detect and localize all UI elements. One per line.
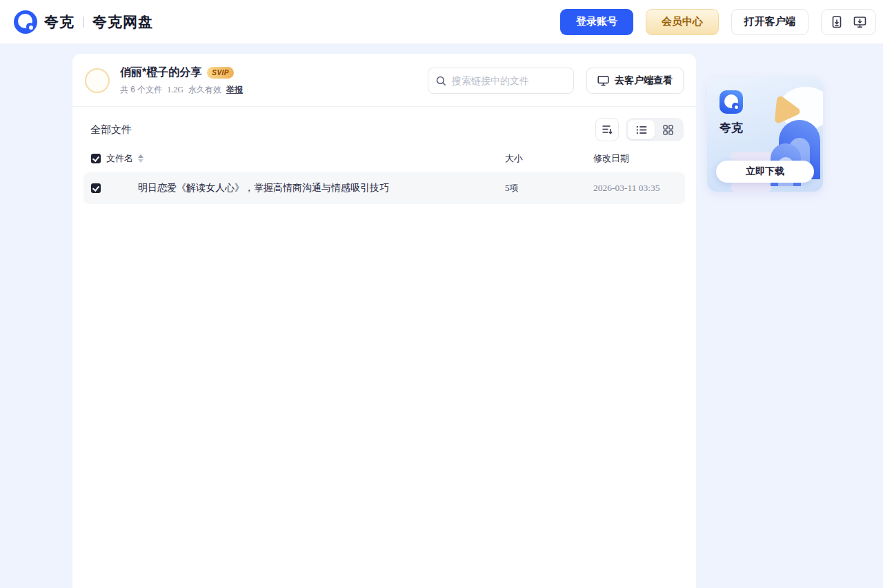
column-size: 大小 — [505, 152, 593, 165]
column-date: 修改日期 — [593, 152, 674, 165]
search-input[interactable] — [452, 75, 566, 86]
quark-app-icon — [720, 90, 743, 114]
top-navigation-bar: 夸克 夸克网盘 登录账号 会员中心 打开客户端 — [0, 0, 883, 44]
select-all-checkbox[interactable] — [91, 154, 101, 163]
share-header: 俏丽*橙子的分享 SVIP 共 6 个文件 1.2G 永久有效 举报 — [72, 54, 696, 107]
file-icon-placeholder — [106, 177, 132, 199]
grid-view-button[interactable] — [655, 120, 682, 139]
file-date: 2026-03-11 03:35 — [593, 183, 674, 194]
file-table-header: 文件名 大小 修改日期 — [83, 150, 685, 168]
app-download-card: 夸克 立即下载 — [707, 77, 823, 192]
sort-lines-icon — [602, 125, 613, 134]
file-count: 共 6 个文件 — [120, 84, 162, 96]
product-name: 夸克网盘 — [92, 12, 153, 32]
sort-order-button[interactable] — [595, 118, 619, 141]
monitor-icon — [597, 75, 609, 86]
view-in-client-button[interactable]: 去客户端查看 — [586, 68, 684, 94]
share-stats: 共 6 个文件 1.2G 永久有效 举报 — [120, 84, 243, 96]
open-client-button[interactable]: 打开客户端 — [731, 9, 808, 35]
quark-logo-icon — [14, 10, 37, 34]
list-view-button[interactable] — [628, 120, 655, 139]
report-link[interactable]: 举报 — [226, 84, 243, 96]
search-icon — [436, 76, 446, 86]
main-area: 俏丽*橙子的分享 SVIP 共 6 个文件 1.2G 永久有效 举报 — [0, 44, 883, 588]
share-header-actions: 去客户端查看 — [428, 68, 684, 94]
column-name: 文件名 — [106, 152, 133, 165]
download-now-button[interactable]: 立即下载 — [716, 161, 814, 183]
search-box — [428, 68, 574, 94]
file-name: 明日恋爱《解读女人心》，掌握高情商沟通与情感吸引技巧 — [138, 182, 389, 194]
topbar-actions: 登录账号 会员中心 打开客户端 — [560, 9, 876, 35]
share-info: 俏丽*橙子的分享 SVIP 共 6 个文件 1.2G 永久有效 举报 — [120, 65, 243, 96]
view-mode-toggle — [626, 118, 684, 141]
vip-center-button[interactable]: 会员中心 — [646, 9, 719, 35]
grid-view-icon — [663, 125, 673, 135]
desktop-download-icon[interactable] — [853, 16, 866, 28]
file-size: 5项 — [505, 182, 593, 194]
mobile-download-icon[interactable] — [831, 16, 842, 28]
promo-app-name: 夸克 — [720, 120, 743, 136]
download-apps-group — [821, 9, 876, 35]
files-toolbar: 全部文件 — [72, 107, 696, 150]
validity: 永久有效 — [188, 84, 221, 96]
total-size: 1.2G — [167, 85, 183, 95]
list-view-icon — [636, 125, 647, 134]
brand-divider — [83, 17, 84, 28]
avatar — [85, 68, 110, 93]
svip-badge: SVIP — [207, 67, 234, 79]
share-owner-name: 俏丽*橙子的分享 — [120, 65, 201, 80]
login-button[interactable]: 登录账号 — [560, 9, 633, 35]
file-row[interactable]: 明日恋爱《解读女人心》，掌握高情商沟通与情感吸引技巧 5项 2026-03-11… — [83, 172, 685, 204]
name-sort-icon[interactable] — [138, 154, 143, 163]
brand-name: 夸克 — [44, 12, 75, 32]
share-panel: 俏丽*橙子的分享 SVIP 共 6 个文件 1.2G 永久有效 举报 — [72, 54, 696, 588]
row-checkbox[interactable] — [91, 183, 101, 193]
section-title: 全部文件 — [90, 123, 132, 136]
